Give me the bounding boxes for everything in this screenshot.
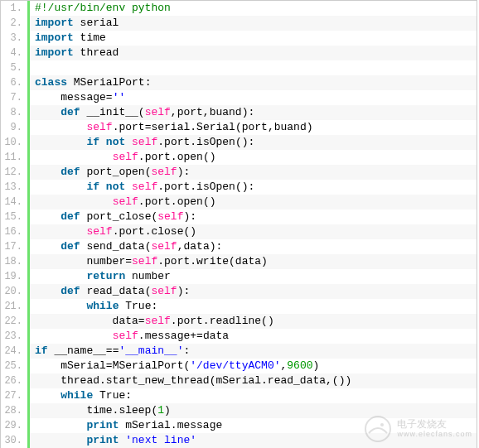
token: self — [151, 285, 177, 297]
line-number: 1. — [1, 1, 27, 16]
code-content: self.port.close() — [30, 224, 477, 239]
code-content: self.port.open() — [30, 195, 477, 210]
token — [125, 181, 132, 193]
token: .port.isOpen(): — [157, 181, 254, 193]
code-content: while True: — [30, 299, 477, 314]
token — [35, 389, 60, 402]
code-content: mSerial=MSerialPort('/dev/ttyACM0',9600) — [30, 359, 477, 373]
code-line: 4.import thread — [1, 46, 477, 60]
token: = — [138, 315, 145, 327]
code-line: 13. if not self.port.isOpen(): — [1, 180, 477, 195]
token: = — [125, 255, 132, 267]
line-number: 14. — [1, 195, 27, 210]
token: self — [157, 210, 183, 223]
code-line: 17. def send_data(self,data): — [1, 239, 477, 254]
line-number: 11. — [1, 150, 27, 165]
code-line: 24.if __name__=='__main__': — [1, 344, 477, 359]
token: while — [86, 300, 119, 312]
token: : — [125, 389, 132, 402]
token: ) — [164, 404, 171, 417]
line-number: 12. — [1, 165, 27, 180]
token: not — [106, 136, 125, 148]
token — [99, 136, 106, 148]
token: import — [35, 46, 74, 59]
token: .port.write(data) — [157, 255, 268, 267]
token — [35, 121, 86, 133]
token: .port. — [138, 151, 177, 163]
token — [125, 136, 132, 148]
line-number: 9. — [1, 120, 27, 135]
code-line: 28. time.sleep(1) — [1, 403, 477, 418]
token — [35, 166, 60, 178]
token — [35, 330, 113, 342]
code-line: 12. def port_open(self): — [1, 165, 477, 180]
code-line: 15. def port_close(self): — [1, 210, 477, 224]
token: while — [60, 389, 93, 402]
token — [35, 285, 60, 297]
token: self — [132, 255, 157, 267]
token: if — [35, 344, 48, 357]
code-line: 27. while True: — [1, 388, 477, 403]
token: time.sleep( — [35, 404, 157, 417]
line-number: 28. — [1, 403, 27, 418]
token: port_open( — [80, 166, 152, 178]
token: return — [86, 270, 125, 282]
line-number: 30. — [1, 433, 27, 448]
code-line: 3.import time — [1, 31, 477, 46]
line-number: 8. — [1, 105, 27, 120]
token: def — [60, 240, 80, 253]
code-line: 23. self.message+=data — [1, 329, 477, 344]
code-content: data=self.port.readline() — [30, 314, 477, 329]
line-number: 27. — [1, 388, 27, 403]
token: self — [151, 166, 177, 178]
token: = — [106, 91, 113, 104]
token: read_data( — [80, 285, 152, 297]
token — [35, 136, 86, 148]
code-content: print mSerial.message — [30, 418, 477, 433]
token: not — [106, 181, 125, 193]
token: .port. — [138, 195, 177, 208]
token: port_close( — [80, 210, 158, 223]
token: serial — [74, 17, 119, 29]
token: self — [145, 106, 171, 118]
line-number: 29. — [1, 418, 27, 433]
token: __name__ — [48, 344, 106, 357]
token: self — [113, 195, 138, 208]
code-line: 8. def __init__(self,port,buand): — [1, 105, 477, 120]
token: self — [113, 330, 138, 342]
token: .port.isOpen(): — [157, 136, 254, 148]
token: self — [145, 315, 171, 327]
token: '/dev/ttyACM0' — [190, 359, 280, 372]
token: + — [190, 330, 196, 342]
token: 'next line' — [125, 434, 196, 446]
code-line: 22. data=self.port.readline() — [1, 314, 477, 329]
code-line: 10. if not self.port.isOpen(): — [1, 135, 477, 150]
code-content: number=self.port.write(data) — [30, 254, 477, 269]
token: self — [151, 240, 177, 253]
token: .message — [138, 330, 190, 342]
code-line: 14. self.port.open() — [1, 195, 477, 210]
line-number: 2. — [1, 16, 27, 31]
code-content: if __name__=='__main__': — [30, 344, 477, 359]
code-content: def port_close(self): — [30, 210, 477, 224]
line-number: 25. — [1, 359, 27, 373]
line-number: 26. — [1, 373, 27, 388]
code-content: def read_data(self): — [30, 284, 477, 299]
line-number: 22. — [1, 314, 27, 329]
code-content: return number — [30, 269, 477, 284]
token: open — [177, 151, 203, 163]
code-content: while True: — [30, 388, 477, 403]
token: mSerial — [35, 359, 106, 372]
token: if — [86, 181, 99, 193]
token: self — [132, 181, 157, 193]
token — [93, 389, 99, 402]
line-number: 15. — [1, 210, 27, 224]
code-content: import time — [30, 31, 477, 46]
token — [35, 225, 86, 238]
code-content: def port_open(self): — [30, 165, 477, 180]
token: import — [35, 17, 74, 29]
line-number: 3. — [1, 31, 27, 46]
token: class — [35, 76, 67, 89]
token: data — [35, 315, 138, 327]
token: self — [86, 225, 112, 238]
